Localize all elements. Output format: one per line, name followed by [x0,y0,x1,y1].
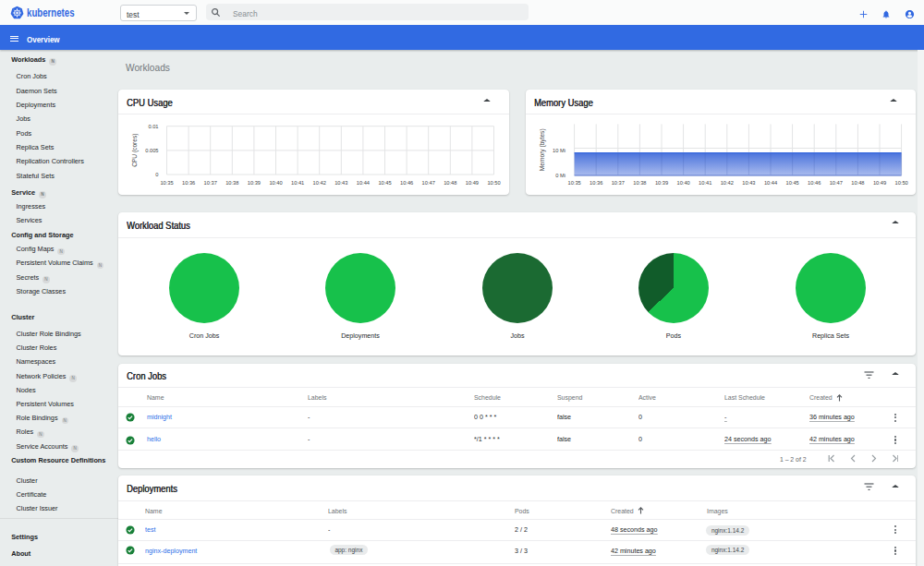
svg-text:10:42: 10:42 [313,180,326,186]
svg-text:10:44: 10:44 [357,180,370,186]
svg-text:10:42: 10:42 [721,180,734,186]
svg-text:10:46: 10:46 [808,180,821,186]
svg-text:10:49: 10:49 [466,180,479,186]
svg-text:10:47: 10:47 [830,180,843,186]
svg-text:10:48: 10:48 [444,180,456,186]
svg-text:10:37: 10:37 [204,180,217,186]
svg-text:0.005: 0.005 [145,148,158,153]
svg-text:10:37: 10:37 [612,180,625,186]
svg-text:10:47: 10:47 [422,180,435,186]
svg-text:10:44: 10:44 [764,180,777,186]
svg-text:10:40: 10:40 [269,180,282,186]
svg-text:10:35: 10:35 [567,180,580,186]
svg-text:10:45: 10:45 [378,180,391,186]
svg-text:0 Mi: 0 Mi [555,174,565,179]
svg-text:10 Mi: 10 Mi [553,148,565,153]
svg-text:10:48: 10:48 [851,180,864,186]
svg-text:10:40: 10:40 [676,180,689,186]
svg-text:10:35: 10:35 [160,180,173,186]
svg-text:0.01: 0.01 [148,124,158,129]
svg-text:10:36: 10:36 [590,180,602,186]
svg-text:10:41: 10:41 [291,180,304,186]
svg-text:10:38: 10:38 [225,180,238,186]
svg-text:10:36: 10:36 [182,180,195,186]
svg-text:10:46: 10:46 [400,180,413,186]
svg-text:10:50: 10:50 [487,180,500,186]
svg-text:Memory (bytes): Memory (bytes) [539,129,546,172]
svg-text:10:50: 10:50 [894,180,907,186]
svg-text:10:39: 10:39 [655,180,668,186]
svg-text:10:45: 10:45 [785,180,798,186]
svg-text:10:43: 10:43 [334,180,347,186]
svg-text:CPU (cores): CPU (cores) [131,134,139,167]
svg-text:10:39: 10:39 [248,180,261,186]
svg-text:0: 0 [155,172,158,177]
svg-text:10:38: 10:38 [633,180,646,186]
svg-text:10:41: 10:41 [699,180,711,186]
svg-text:10:43: 10:43 [742,180,755,186]
svg-text:10:49: 10:49 [873,180,886,186]
